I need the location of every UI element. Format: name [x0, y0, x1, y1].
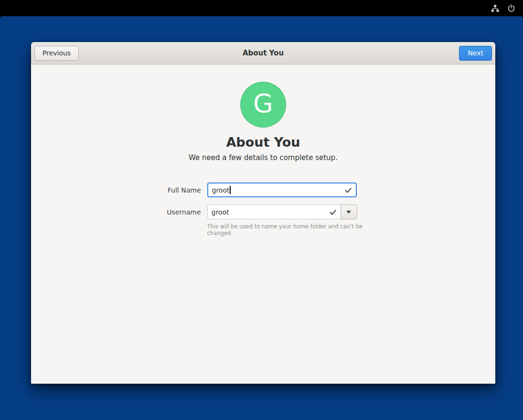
- previous-button[interactable]: Previous: [34, 46, 79, 61]
- page-title: About You: [226, 135, 300, 150]
- check-icon: [329, 208, 337, 216]
- setup-window: Previous About You Next G About You We n…: [31, 42, 495, 384]
- header-bar: Previous About You Next: [31, 42, 495, 65]
- page-subtitle: We need a few details to complete setup.: [189, 153, 338, 162]
- username-row: Username groot: [162, 205, 365, 219]
- text-caret: [230, 186, 231, 194]
- window-title: About You: [243, 49, 284, 57]
- username-hint: This will be used to name your home fold…: [207, 223, 365, 237]
- username-hint-row: This will be used to name your home fold…: [162, 223, 365, 237]
- username-label: Username: [162, 208, 201, 216]
- username-dropdown-button[interactable]: [341, 205, 357, 219]
- check-icon: [344, 186, 352, 194]
- power-icon[interactable]: [507, 4, 515, 12]
- full-name-label: Full Name: [162, 186, 201, 194]
- network-icon[interactable]: [491, 4, 499, 12]
- next-button[interactable]: Next: [459, 46, 492, 61]
- username-input[interactable]: groot: [207, 205, 341, 219]
- full-name-input[interactable]: groot: [207, 183, 357, 197]
- about-you-form: Full Name groot Username: [162, 183, 365, 237]
- page-content: G About You We need a few details to com…: [31, 65, 495, 384]
- username-value: groot: [212, 208, 229, 216]
- avatar[interactable]: G: [240, 82, 286, 128]
- screen: Previous About You Next G About You We n…: [0, 0, 523, 420]
- top-bar: [0, 0, 523, 16]
- chevron-down-icon: [346, 211, 351, 214]
- full-name-value: groot: [212, 186, 230, 194]
- avatar-letter: G: [253, 91, 273, 118]
- full-name-row: Full Name groot: [162, 183, 365, 197]
